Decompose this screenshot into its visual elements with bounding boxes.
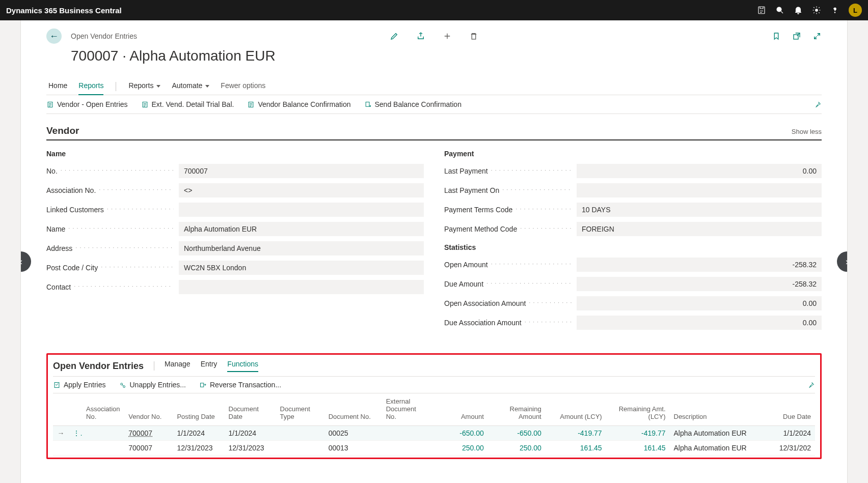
col-amount[interactable]: Amount [430, 394, 488, 426]
field-open-assoc-amount[interactable]: 0.00 [577, 296, 822, 310]
new-icon[interactable] [443, 32, 452, 41]
report-actionbar: Vendor - Open Entries Ext. Vend. Detail … [46, 95, 822, 114]
action-apply-entries[interactable]: Apply Entries [53, 381, 105, 389]
cell-remaining[interactable]: 250.00 [488, 441, 546, 456]
col-assoc-no[interactable]: Association No. [82, 394, 124, 426]
cell-description: Alpha Automation EUR [670, 426, 767, 441]
edit-icon[interactable] [390, 32, 399, 41]
popout-icon[interactable] [792, 32, 801, 41]
action-balance-confirmation[interactable]: Vendor Balance Confirmation [247, 100, 350, 108]
back-button[interactable]: ← [46, 29, 62, 44]
row-menu-button[interactable] [69, 441, 82, 456]
table-row[interactable]: → ⋮ 700007 1/1/2024 1/1/2024 00025 -650.… [53, 426, 815, 441]
collapse-icon[interactable] [812, 32, 822, 41]
field-payment-method[interactable]: FOREIGN [577, 222, 822, 236]
show-less-button[interactable]: Show less [792, 128, 822, 135]
field-contact[interactable] [179, 280, 424, 294]
field-payment-terms[interactable]: 10 DAYS [577, 203, 822, 217]
share-icon[interactable] [416, 32, 425, 41]
action-ext-trial-bal[interactable]: Ext. Vend. Detail Trial Bal. [141, 100, 234, 108]
bell-icon[interactable] [794, 6, 803, 15]
col-description[interactable]: Description [670, 394, 767, 426]
field-open-amount[interactable]: -258.32 [577, 258, 822, 272]
page-title: 700007 · Alpha Automation EUR [71, 48, 822, 64]
action-reverse-transaction[interactable]: Reverse Transaction... [199, 381, 281, 389]
save-db-icon[interactable] [757, 6, 766, 15]
label-address: Address [46, 244, 174, 252]
cell-remaining-lcy[interactable]: -419.77 [606, 426, 670, 441]
cell-amount-lcy[interactable]: -419.77 [546, 426, 606, 441]
field-due-assoc-amount[interactable]: 0.00 [577, 316, 822, 330]
grid-tab-manage[interactable]: Manage [165, 360, 191, 372]
user-avatar[interactable]: L [849, 4, 862, 17]
action-vendor-open-entries[interactable]: Vendor - Open Entries [46, 100, 128, 108]
cell-amount[interactable]: -650.00 [430, 426, 488, 441]
cell-remaining-lcy[interactable]: 161.45 [606, 441, 670, 456]
col-document-type[interactable]: Document Type [276, 394, 324, 426]
breadcrumb[interactable]: Open Vendor Entries [71, 32, 137, 40]
svg-point-1 [777, 7, 781, 12]
tab-home[interactable]: Home [48, 78, 67, 95]
cell-doc-no: 00025 [324, 426, 382, 441]
table-row[interactable]: 700007 12/31/2023 12/31/2023 00013 250.0… [53, 441, 815, 456]
bookmark-icon[interactable] [772, 32, 781, 41]
delete-icon[interactable] [469, 32, 478, 41]
search-icon[interactable] [775, 6, 784, 15]
field-assoc-no[interactable]: <> [179, 183, 424, 197]
col-posting-date[interactable]: Posting Date [173, 394, 224, 426]
cell-description: Alpha Automation EUR [670, 441, 767, 456]
field-last-payment[interactable]: 0.00 [577, 164, 822, 178]
grid-action-pin[interactable] [807, 381, 815, 389]
field-address[interactable]: Northumberland Avenue [179, 241, 424, 255]
gear-icon[interactable] [812, 6, 821, 15]
grid-tab-entry[interactable]: Entry [201, 360, 218, 372]
field-no[interactable]: 700007 [179, 164, 424, 178]
group-payment: Payment [444, 150, 822, 158]
vendor-section-header: Vendor Show less [46, 125, 822, 140]
report-icon [46, 101, 54, 108]
action-send-balance-confirmation[interactable]: Send Balance Confirmation [364, 100, 462, 108]
action-label: Reverse Transaction... [210, 381, 281, 389]
automate-dropdown[interactable]: Automate [172, 78, 209, 95]
reverse-icon [199, 381, 207, 389]
cell-amount-lcy[interactable]: 161.45 [546, 441, 606, 456]
grid-title: Open Vendor Entries [53, 361, 144, 372]
reports-dropdown[interactable]: Reports [128, 78, 160, 95]
col-document-no[interactable]: Document No. [324, 394, 382, 426]
field-postcode-city[interactable]: WC2N 5BX London [179, 261, 424, 275]
svg-point-2 [816, 9, 818, 12]
col-remaining-amount[interactable]: Remaining Amount [488, 394, 546, 426]
col-amount-lcy[interactable]: Amount (LCY) [546, 394, 606, 426]
grid-tab-functions[interactable]: Functions [227, 360, 258, 372]
row-menu-button[interactable]: ⋮ [69, 426, 82, 441]
label-last-payment: Last Payment [444, 167, 572, 175]
col-due-date[interactable]: Due Date [767, 394, 815, 426]
col-document-date[interactable]: Document Date [225, 394, 276, 426]
cell-remaining[interactable]: -650.00 [488, 426, 546, 441]
grid-actionbar: Apply Entries Unapply Entries... Reverse… [53, 376, 815, 393]
cell-vendor-no[interactable]: 700007 [124, 426, 173, 441]
action-pin[interactable] [814, 101, 822, 108]
field-last-payment-on[interactable] [577, 183, 822, 197]
col-ext-doc-no[interactable]: External Document No. [382, 394, 430, 426]
field-name[interactable]: Alpha Automation EUR [179, 222, 424, 236]
help-icon[interactable] [830, 6, 839, 15]
fewer-options-button[interactable]: Fewer options [221, 78, 265, 95]
col-vendor-no[interactable]: Vendor No. [124, 394, 173, 426]
cell-assoc-no [82, 426, 124, 441]
label-payment-terms: Payment Terms Code [444, 206, 572, 214]
cell-vendor-no[interactable]: 700007 [124, 441, 173, 456]
action-unapply-entries[interactable]: Unapply Entries... [119, 381, 186, 389]
field-due-amount[interactable]: -258.32 [577, 277, 822, 291]
cell-amount[interactable]: 250.00 [430, 441, 488, 456]
field-linked-customers[interactable] [179, 203, 424, 217]
tab-reports[interactable]: Reports [78, 78, 103, 95]
unapply-icon [119, 381, 126, 389]
open-vendor-entries-panel: Open Vendor Entries Manage Entry Functio… [46, 353, 822, 459]
cell-doc-no: 00013 [324, 441, 382, 456]
cell-posting-date: 12/31/2023 [173, 441, 224, 456]
page-frame: ‹ › ← Open Vendor Entries 700007 [20, 20, 848, 483]
cell-ext-doc-no [382, 426, 430, 441]
col-remaining-lcy[interactable]: Remaining Amt. (LCY) [606, 394, 670, 426]
apply-icon [53, 381, 61, 389]
